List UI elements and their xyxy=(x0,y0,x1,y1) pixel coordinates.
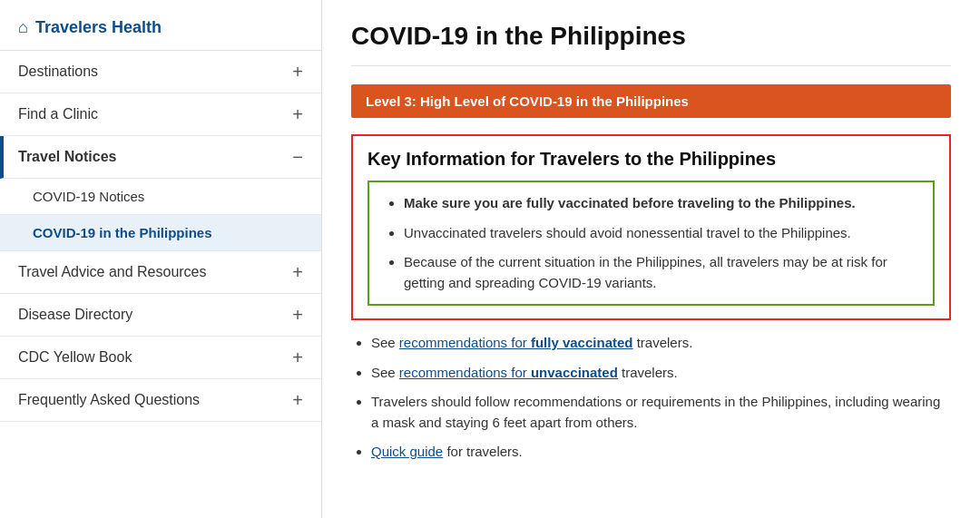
sidebar-item-destinations[interactable]: Destinations + xyxy=(0,51,321,93)
outer-bullet-3: Travelers should follow recommendations … xyxy=(371,392,951,433)
bullet-unvaccinated-text: Unvaccinated travelers should avoid none… xyxy=(404,225,851,240)
sidebar-item-label-cdc-yellow-book: CDC Yellow Book xyxy=(18,349,132,366)
sidebar-home-link[interactable]: ⌂ Travelers Health xyxy=(0,7,321,51)
sidebar-item-disease-directory[interactable]: Disease Directory + xyxy=(0,294,321,337)
sidebar-subitems-travel-notices: COVID-19 Notices COVID-19 in the Philipp… xyxy=(0,179,321,251)
outer-4-suffix: for travelers. xyxy=(443,444,523,459)
sidebar-subitem-label-covid-philippines: COVID-19 in the Philippines xyxy=(33,225,212,240)
sidebar-item-label-faq: Frequently Asked Questions xyxy=(18,392,200,408)
bullet-risk-text: Because of the current situation in the … xyxy=(404,254,887,290)
link-quick-guide[interactable]: Quick guide xyxy=(371,444,443,459)
minus-icon-travel-notices: − xyxy=(292,148,303,166)
outer-2-suffix: travelers. xyxy=(618,365,678,380)
plus-icon-faq: + xyxy=(292,391,303,409)
main-content: COVID-19 in the Philippines Level 3: Hig… xyxy=(322,0,980,518)
outer-3-text: Travelers should follow recommendations … xyxy=(371,394,940,430)
sidebar-item-faq[interactable]: Frequently Asked Questions + xyxy=(0,379,321,422)
bullet-vaccinated-text: Make sure you are fully vaccinated befor… xyxy=(404,195,856,210)
list-item-risk: Because of the current situation in the … xyxy=(404,252,918,293)
outer-1-prefix: See xyxy=(371,335,399,350)
plus-icon-travel-advice: + xyxy=(292,263,303,281)
link-unvaccinated[interactable]: recommendations for unvaccinated xyxy=(399,365,618,380)
key-info-title: Key Information for Travelers to the Phi… xyxy=(368,149,935,170)
sidebar-item-label-travel-notices: Travel Notices xyxy=(18,149,117,165)
outer-bullet-4: Quick guide for travelers. xyxy=(371,442,951,463)
sidebar-item-label-destinations: Destinations xyxy=(18,64,98,80)
sidebar-item-label-find-clinic: Find a Clinic xyxy=(18,106,98,122)
sidebar: ⌂ Travelers Health Destinations + Find a… xyxy=(0,0,322,518)
sidebar-subitem-covid-notices[interactable]: COVID-19 Notices xyxy=(0,179,321,215)
sidebar-item-label-disease-directory: Disease Directory xyxy=(18,307,132,323)
outer-bullet-1: See recommendations for fully vaccinated… xyxy=(371,333,951,354)
plus-icon-cdc-yellow-book: + xyxy=(292,348,303,367)
outer-bullet-list: See recommendations for fully vaccinated… xyxy=(351,333,951,463)
key-info-box: Key Information for Travelers to the Phi… xyxy=(351,134,951,320)
sidebar-subitem-covid-philippines[interactable]: COVID-19 in the Philippines xyxy=(0,215,321,251)
sidebar-home-label: Travelers Health xyxy=(35,18,162,37)
outer-bullet-2: See recommendations for unvaccinated tra… xyxy=(371,363,951,384)
page-title: COVID-19 in the Philippines xyxy=(351,22,951,66)
sidebar-item-cdc-yellow-book[interactable]: CDC Yellow Book + xyxy=(0,337,321,379)
sidebar-item-travel-advice[interactable]: Travel Advice and Resources + xyxy=(0,251,321,294)
plus-icon-find-clinic: + xyxy=(292,105,303,123)
sidebar-subitem-label-covid-notices: COVID-19 Notices xyxy=(33,189,144,204)
outer-2-prefix: See xyxy=(371,365,399,380)
list-item-vaccinated: Make sure you are fully vaccinated befor… xyxy=(404,193,918,214)
link-fully-vaccinated[interactable]: recommendations for fully vaccinated xyxy=(399,335,633,350)
alert-banner: Level 3: High Level of COVID-19 in the P… xyxy=(351,84,951,118)
sidebar-item-find-clinic[interactable]: Find a Clinic + xyxy=(0,93,321,136)
sidebar-item-travel-notices[interactable]: Travel Notices − xyxy=(0,136,321,179)
outer-1-suffix: travelers. xyxy=(632,335,692,350)
plus-icon-destinations: + xyxy=(292,63,303,81)
plus-icon-disease-directory: + xyxy=(292,306,303,324)
sidebar-item-label-travel-advice: Travel Advice and Resources xyxy=(18,264,207,280)
list-item-unvaccinated: Unvaccinated travelers should avoid none… xyxy=(404,223,918,244)
home-icon: ⌂ xyxy=(18,18,28,37)
green-box-list: Make sure you are fully vaccinated befor… xyxy=(384,193,918,293)
green-box: Make sure you are fully vaccinated befor… xyxy=(368,181,935,306)
